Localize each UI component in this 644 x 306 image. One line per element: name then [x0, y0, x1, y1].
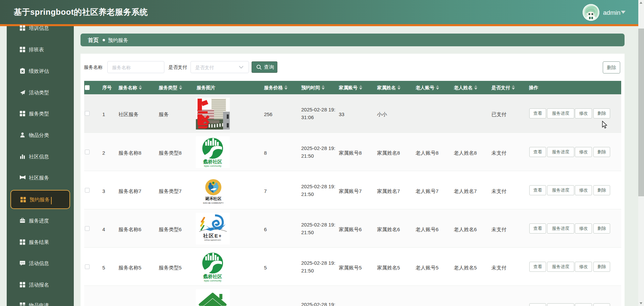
svg-text:蠡桥社区: 蠡桥社区 — [203, 274, 222, 279]
svg-text:蠡桥社区: 蠡桥社区 — [203, 159, 222, 164]
svg-text:社区E+: 社区E+ — [203, 233, 222, 239]
svg-text:eshop.sgsscd.com: eshop.sgsscd.com — [204, 239, 221, 241]
svg-text:liqiao community: liqiao community — [204, 165, 222, 167]
svg-text:诞禾社区: 诞禾社区 — [205, 196, 221, 201]
svg-text:DAN HE COMMUNITY: DAN HE COMMUNITY — [203, 202, 223, 204]
svg-text:liqiao community: liqiao community — [204, 279, 222, 282]
